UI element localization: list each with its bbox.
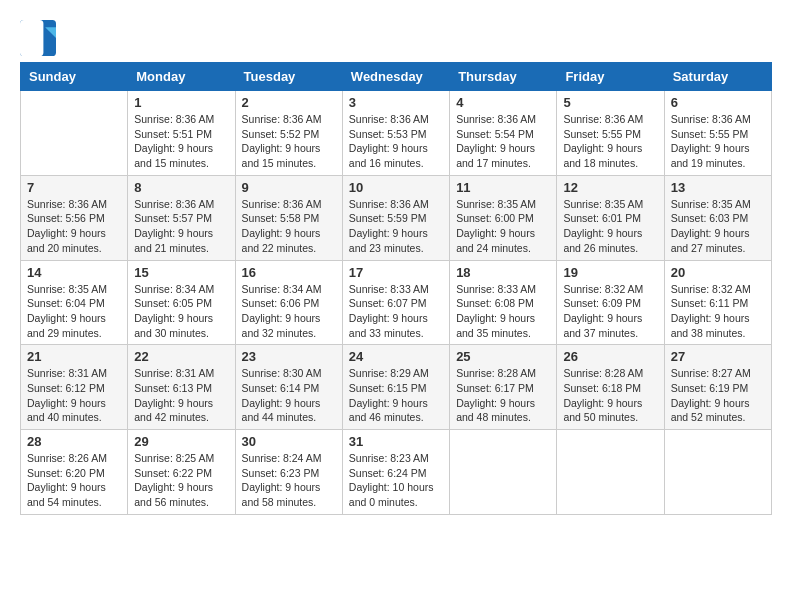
calendar-cell: 7Sunrise: 8:36 AMSunset: 5:56 PMDaylight… — [21, 175, 128, 260]
weekday-header-thursday: Thursday — [450, 63, 557, 91]
calendar-cell: 23Sunrise: 8:30 AMSunset: 6:14 PMDayligh… — [235, 345, 342, 430]
day-number: 13 — [671, 180, 765, 195]
cell-info: Sunrise: 8:33 AMSunset: 6:07 PMDaylight:… — [349, 282, 443, 341]
day-number: 25 — [456, 349, 550, 364]
cell-info: Sunrise: 8:36 AMSunset: 5:55 PMDaylight:… — [671, 112, 765, 171]
calendar-cell: 30Sunrise: 8:24 AMSunset: 6:23 PMDayligh… — [235, 430, 342, 515]
day-number: 12 — [563, 180, 657, 195]
cell-info: Sunrise: 8:28 AMSunset: 6:17 PMDaylight:… — [456, 366, 550, 425]
calendar-cell: 11Sunrise: 8:35 AMSunset: 6:00 PMDayligh… — [450, 175, 557, 260]
calendar-cell: 18Sunrise: 8:33 AMSunset: 6:08 PMDayligh… — [450, 260, 557, 345]
calendar-cell: 12Sunrise: 8:35 AMSunset: 6:01 PMDayligh… — [557, 175, 664, 260]
logo — [20, 20, 62, 56]
weekday-header-saturday: Saturday — [664, 63, 771, 91]
day-number: 21 — [27, 349, 121, 364]
day-number: 26 — [563, 349, 657, 364]
cell-info: Sunrise: 8:26 AMSunset: 6:20 PMDaylight:… — [27, 451, 121, 510]
calendar-cell: 22Sunrise: 8:31 AMSunset: 6:13 PMDayligh… — [128, 345, 235, 430]
calendar-cell — [557, 430, 664, 515]
calendar-cell: 31Sunrise: 8:23 AMSunset: 6:24 PMDayligh… — [342, 430, 449, 515]
day-number: 9 — [242, 180, 336, 195]
calendar-cell: 5Sunrise: 8:36 AMSunset: 5:55 PMDaylight… — [557, 91, 664, 176]
day-number: 10 — [349, 180, 443, 195]
cell-info: Sunrise: 8:36 AMSunset: 5:51 PMDaylight:… — [134, 112, 228, 171]
day-number: 5 — [563, 95, 657, 110]
cell-info: Sunrise: 8:32 AMSunset: 6:09 PMDaylight:… — [563, 282, 657, 341]
day-number: 2 — [242, 95, 336, 110]
day-number: 6 — [671, 95, 765, 110]
calendar-cell — [664, 430, 771, 515]
cell-info: Sunrise: 8:36 AMSunset: 5:52 PMDaylight:… — [242, 112, 336, 171]
calendar-cell: 21Sunrise: 8:31 AMSunset: 6:12 PMDayligh… — [21, 345, 128, 430]
day-number: 18 — [456, 265, 550, 280]
header — [20, 20, 772, 56]
calendar-cell: 6Sunrise: 8:36 AMSunset: 5:55 PMDaylight… — [664, 91, 771, 176]
cell-info: Sunrise: 8:36 AMSunset: 5:59 PMDaylight:… — [349, 197, 443, 256]
day-number: 15 — [134, 265, 228, 280]
calendar-cell: 16Sunrise: 8:34 AMSunset: 6:06 PMDayligh… — [235, 260, 342, 345]
day-number: 1 — [134, 95, 228, 110]
week-row-2: 7Sunrise: 8:36 AMSunset: 5:56 PMDaylight… — [21, 175, 772, 260]
calendar-table: SundayMondayTuesdayWednesdayThursdayFrid… — [20, 62, 772, 515]
calendar-cell: 2Sunrise: 8:36 AMSunset: 5:52 PMDaylight… — [235, 91, 342, 176]
cell-info: Sunrise: 8:31 AMSunset: 6:13 PMDaylight:… — [134, 366, 228, 425]
calendar-cell: 1Sunrise: 8:36 AMSunset: 5:51 PMDaylight… — [128, 91, 235, 176]
day-number: 22 — [134, 349, 228, 364]
calendar-cell: 10Sunrise: 8:36 AMSunset: 5:59 PMDayligh… — [342, 175, 449, 260]
calendar-cell: 8Sunrise: 8:36 AMSunset: 5:57 PMDaylight… — [128, 175, 235, 260]
cell-info: Sunrise: 8:36 AMSunset: 5:55 PMDaylight:… — [563, 112, 657, 171]
cell-info: Sunrise: 8:25 AMSunset: 6:22 PMDaylight:… — [134, 451, 228, 510]
day-number: 17 — [349, 265, 443, 280]
weekday-header-wednesday: Wednesday — [342, 63, 449, 91]
cell-info: Sunrise: 8:29 AMSunset: 6:15 PMDaylight:… — [349, 366, 443, 425]
day-number: 16 — [242, 265, 336, 280]
cell-info: Sunrise: 8:35 AMSunset: 6:01 PMDaylight:… — [563, 197, 657, 256]
cell-info: Sunrise: 8:35 AMSunset: 6:00 PMDaylight:… — [456, 197, 550, 256]
cell-info: Sunrise: 8:36 AMSunset: 5:53 PMDaylight:… — [349, 112, 443, 171]
week-row-5: 28Sunrise: 8:26 AMSunset: 6:20 PMDayligh… — [21, 430, 772, 515]
cell-info: Sunrise: 8:24 AMSunset: 6:23 PMDaylight:… — [242, 451, 336, 510]
cell-info: Sunrise: 8:34 AMSunset: 6:06 PMDaylight:… — [242, 282, 336, 341]
day-number: 24 — [349, 349, 443, 364]
calendar-cell: 9Sunrise: 8:36 AMSunset: 5:58 PMDaylight… — [235, 175, 342, 260]
calendar-cell: 17Sunrise: 8:33 AMSunset: 6:07 PMDayligh… — [342, 260, 449, 345]
cell-info: Sunrise: 8:23 AMSunset: 6:24 PMDaylight:… — [349, 451, 443, 510]
calendar-cell: 15Sunrise: 8:34 AMSunset: 6:05 PMDayligh… — [128, 260, 235, 345]
cell-info: Sunrise: 8:30 AMSunset: 6:14 PMDaylight:… — [242, 366, 336, 425]
calendar-cell: 14Sunrise: 8:35 AMSunset: 6:04 PMDayligh… — [21, 260, 128, 345]
calendar-cell — [21, 91, 128, 176]
day-number: 14 — [27, 265, 121, 280]
calendar-cell: 4Sunrise: 8:36 AMSunset: 5:54 PMDaylight… — [450, 91, 557, 176]
week-row-1: 1Sunrise: 8:36 AMSunset: 5:51 PMDaylight… — [21, 91, 772, 176]
logo-icon — [20, 20, 56, 56]
cell-info: Sunrise: 8:36 AMSunset: 5:56 PMDaylight:… — [27, 197, 121, 256]
day-number: 31 — [349, 434, 443, 449]
week-row-3: 14Sunrise: 8:35 AMSunset: 6:04 PMDayligh… — [21, 260, 772, 345]
calendar-cell: 25Sunrise: 8:28 AMSunset: 6:17 PMDayligh… — [450, 345, 557, 430]
calendar-cell: 20Sunrise: 8:32 AMSunset: 6:11 PMDayligh… — [664, 260, 771, 345]
day-number: 27 — [671, 349, 765, 364]
day-number: 11 — [456, 180, 550, 195]
calendar-cell — [450, 430, 557, 515]
calendar-cell: 26Sunrise: 8:28 AMSunset: 6:18 PMDayligh… — [557, 345, 664, 430]
cell-info: Sunrise: 8:31 AMSunset: 6:12 PMDaylight:… — [27, 366, 121, 425]
cell-info: Sunrise: 8:33 AMSunset: 6:08 PMDaylight:… — [456, 282, 550, 341]
day-number: 20 — [671, 265, 765, 280]
day-number: 4 — [456, 95, 550, 110]
calendar-cell: 3Sunrise: 8:36 AMSunset: 5:53 PMDaylight… — [342, 91, 449, 176]
cell-info: Sunrise: 8:27 AMSunset: 6:19 PMDaylight:… — [671, 366, 765, 425]
svg-rect-2 — [20, 20, 43, 56]
cell-info: Sunrise: 8:36 AMSunset: 5:58 PMDaylight:… — [242, 197, 336, 256]
cell-info: Sunrise: 8:36 AMSunset: 5:57 PMDaylight:… — [134, 197, 228, 256]
weekday-header-sunday: Sunday — [21, 63, 128, 91]
day-number: 23 — [242, 349, 336, 364]
calendar-cell: 24Sunrise: 8:29 AMSunset: 6:15 PMDayligh… — [342, 345, 449, 430]
cell-info: Sunrise: 8:32 AMSunset: 6:11 PMDaylight:… — [671, 282, 765, 341]
calendar-cell: 19Sunrise: 8:32 AMSunset: 6:09 PMDayligh… — [557, 260, 664, 345]
day-number: 30 — [242, 434, 336, 449]
weekday-header-monday: Monday — [128, 63, 235, 91]
calendar-cell: 27Sunrise: 8:27 AMSunset: 6:19 PMDayligh… — [664, 345, 771, 430]
cell-info: Sunrise: 8:36 AMSunset: 5:54 PMDaylight:… — [456, 112, 550, 171]
day-number: 3 — [349, 95, 443, 110]
weekday-header-tuesday: Tuesday — [235, 63, 342, 91]
